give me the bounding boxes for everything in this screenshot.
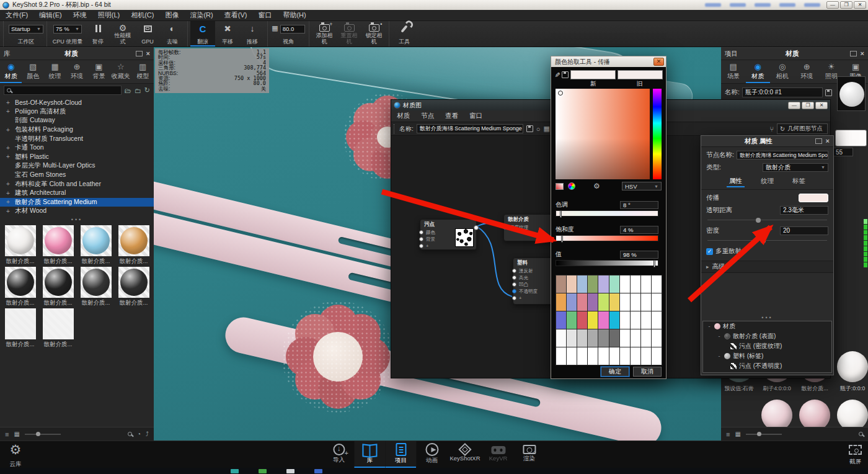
color-swatch[interactable] bbox=[609, 311, 619, 329]
menu-item[interactable]: 渲染(R) bbox=[184, 11, 218, 20]
density-field[interactable]: 20 bbox=[780, 226, 828, 235]
menu-item[interactable]: 查看(V) bbox=[219, 11, 253, 20]
material-name-field[interactable]: 瓶子:0:0:0 #1 bbox=[742, 87, 823, 97]
color-swatch[interactable] bbox=[598, 311, 608, 329]
advanced-section-header[interactable]: ▸ 高级 bbox=[701, 261, 833, 273]
taskbar-app-icon[interactable] bbox=[314, 469, 322, 473]
color-swatch[interactable] bbox=[620, 347, 630, 365]
menu-item[interactable]: 相机(C) bbox=[125, 11, 159, 20]
close-button[interactable]: ✕ bbox=[854, 1, 866, 9]
close-icon[interactable]: × bbox=[146, 51, 150, 56]
scene-material-thumbnail[interactable] bbox=[759, 400, 795, 431]
maximize-icon[interactable]: ❐ bbox=[802, 102, 814, 109]
material-thumbnail[interactable]: 散射介质... bbox=[1, 225, 39, 266]
library-tab[interactable]: ▦ 纹理 bbox=[44, 60, 66, 83]
color-swatch[interactable] bbox=[556, 293, 566, 311]
tree-item-spots-opacity[interactable]: 污点 (不透明度) bbox=[703, 361, 831, 371]
project-tab[interactable]: ▤ 场景 bbox=[721, 60, 746, 83]
undock-icon[interactable] bbox=[815, 138, 822, 144]
multi-scatter-checkbox[interactable]: ✓ bbox=[706, 248, 713, 255]
library-tree-item[interactable]: + 卡通 Toon bbox=[0, 143, 154, 153]
toolbar-grip[interactable] bbox=[0, 21, 4, 47]
menu-item[interactable]: 图像 bbox=[159, 11, 184, 20]
color-swatch[interactable] bbox=[631, 329, 640, 347]
fov-field[interactable]: 80.0 bbox=[280, 25, 305, 34]
color-swatch[interactable] bbox=[577, 329, 587, 347]
color-swatch[interactable] bbox=[641, 347, 651, 365]
library-tree-item[interactable]: 多层光学 Multi-Layer Optics bbox=[0, 161, 154, 171]
tree-item-plastic-label[interactable]: - 塑料 (标签) bbox=[703, 351, 831, 361]
scene-material-thumbnail[interactable] bbox=[797, 400, 833, 431]
node-name-field[interactable]: 散射介质海绵 Scattering Medium Sponge bbox=[737, 151, 828, 159]
panel-splitter[interactable]: ••• bbox=[701, 315, 833, 321]
color-swatch[interactable] bbox=[556, 275, 566, 293]
color-swatch[interactable] bbox=[641, 329, 651, 347]
menu-item[interactable]: 窗口 bbox=[252, 11, 277, 20]
saturation-value-gradient[interactable] bbox=[556, 89, 650, 179]
add-folder-icon[interactable]: 🗁 bbox=[125, 87, 131, 94]
project-tab[interactable]: ◉ 材质 bbox=[746, 60, 771, 83]
properties-titlebar[interactable]: 材质 属性 × bbox=[701, 136, 833, 147]
value-value-field[interactable]: 98 % bbox=[620, 251, 658, 259]
color-swatch[interactable] bbox=[556, 311, 566, 329]
geometry-node-button[interactable]: ↻ 几何图形节点 bbox=[777, 123, 828, 134]
color-swatch[interactable] bbox=[631, 311, 640, 329]
color-swatch[interactable] bbox=[598, 293, 608, 311]
refresh-icon[interactable]: ↻ bbox=[144, 86, 150, 94]
color-swatch[interactable] bbox=[631, 275, 640, 293]
dock-item[interactable]: KeyShotXR bbox=[447, 441, 482, 468]
gear-icon[interactable]: ⚙ bbox=[593, 182, 600, 190]
menu-item[interactable]: 编辑(E) bbox=[33, 11, 68, 20]
minimize-icon[interactable]: — bbox=[788, 102, 800, 109]
library-tab[interactable]: ▥ 模型 bbox=[132, 60, 154, 83]
library-tab[interactable]: ▧ 颜色 bbox=[22, 60, 43, 83]
gpu-button[interactable]: GPU bbox=[135, 21, 160, 47]
properties-tab[interactable]: 纹理 bbox=[758, 177, 776, 187]
library-tree-item[interactable]: 剖面 Cutaway bbox=[0, 116, 154, 125]
graph-menu-item[interactable]: 节点 bbox=[415, 112, 440, 120]
minimize-button[interactable]: — bbox=[826, 1, 839, 9]
close-icon[interactable]: × bbox=[861, 51, 864, 56]
distance-field[interactable]: 2.3毫米 bbox=[780, 206, 828, 215]
preview-sphere-icon[interactable]: ○ bbox=[536, 125, 541, 133]
color-swatch[interactable] bbox=[652, 311, 662, 329]
color-swatch[interactable] bbox=[588, 275, 598, 293]
workspace-dropdown[interactable]: Startup▼ bbox=[9, 25, 43, 34]
undock-icon[interactable] bbox=[136, 51, 143, 56]
color-swatch[interactable] bbox=[577, 293, 587, 311]
thumbnail-size-slider[interactable] bbox=[25, 434, 61, 435]
color-swatch[interactable] bbox=[588, 347, 598, 365]
dock-item[interactable]: 动画 bbox=[416, 441, 447, 468]
color-swatch[interactable] bbox=[556, 347, 566, 365]
color-swatch[interactable] bbox=[609, 293, 619, 311]
color-swatch[interactable] bbox=[652, 275, 662, 293]
saturation-slider[interactable] bbox=[556, 235, 658, 241]
material-thumbnail[interactable]: 散射介质... bbox=[77, 225, 115, 266]
color-swatch[interactable] bbox=[577, 275, 587, 293]
gradient-mode-icon[interactable] bbox=[556, 183, 564, 190]
library-tree-item[interactable]: + 塑料 Plastic bbox=[0, 153, 154, 162]
add-camera-button[interactable]: + 添加相机 bbox=[312, 21, 337, 47]
tools-button[interactable]: 工具 bbox=[392, 21, 417, 47]
color-swatch[interactable] bbox=[588, 329, 598, 347]
list-view-icon[interactable]: ≡ bbox=[726, 431, 730, 438]
library-tree-item[interactable]: + 布料和皮革 Cloth and Leather bbox=[0, 179, 154, 189]
color-swatch[interactable] bbox=[652, 329, 662, 347]
scene-material-thumbnail[interactable] bbox=[835, 400, 868, 431]
color-position-marker[interactable] bbox=[558, 91, 563, 96]
color-picker-titlebar[interactable]: 颜色拾取工具 - 传播 ✕ bbox=[551, 56, 666, 67]
thumbnail-size-slider[interactable] bbox=[746, 434, 782, 435]
reset-camera-button[interactable]: 重置相机 bbox=[337, 21, 361, 47]
menu-item[interactable]: 照明(L) bbox=[92, 11, 125, 20]
material-thumbnail[interactable]: 散射介质... bbox=[39, 267, 77, 307]
project-tab[interactable]: ⊕ 环境 bbox=[795, 60, 820, 83]
material-thumbnail[interactable]: 散射介质... bbox=[115, 225, 153, 266]
color-swatch[interactable] bbox=[620, 293, 630, 311]
type-dropdown[interactable]: 散射介质▼ bbox=[763, 163, 828, 172]
ok-button[interactable]: 确定 bbox=[601, 367, 629, 377]
hue-slider[interactable] bbox=[556, 210, 658, 217]
color-swatch[interactable] bbox=[652, 347, 662, 365]
close-icon[interactable]: ✕ bbox=[815, 102, 828, 109]
color-swatch-partial[interactable] bbox=[835, 130, 867, 146]
cloud-icon[interactable]: ◔ bbox=[137, 431, 141, 437]
